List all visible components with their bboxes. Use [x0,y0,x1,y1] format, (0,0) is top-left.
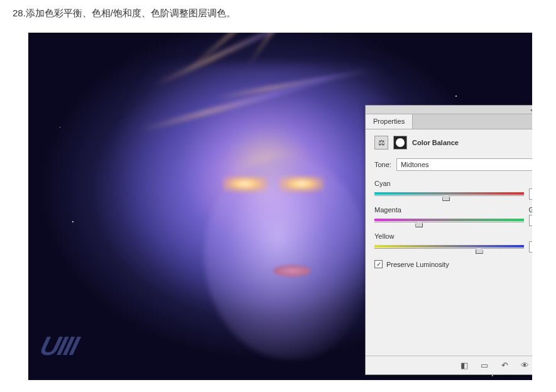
slider-track-cr[interactable] [374,192,524,196]
label-green: Green [528,206,532,214]
view-previous-icon[interactable]: ▭ [479,360,490,371]
tone-label: Tone: [374,161,391,168]
slider-cyan-red: Cyan Red -4 [374,180,532,200]
tone-select[interactable]: Midtones ⌄ [396,158,532,171]
artwork-star [72,221,74,222]
tab-properties[interactable]: Properties [366,114,413,129]
mask-icon[interactable] [393,136,407,150]
logo-watermark: UIII [37,331,81,361]
slider-yellow-blue: Yellow Blue +39 [374,232,532,253]
slider-thumb-yb[interactable] [476,247,483,254]
properties-panel: ◄◄ ✕ Properties ≡ ⚖ Color Balance Tone: … [365,105,532,375]
slider-thumb-mg[interactable] [415,220,423,227]
slider-value-yb[interactable]: +39 [529,241,532,253]
preserve-checkbox[interactable]: ✓ [374,260,383,268]
adjustment-title: Color Balance [412,139,459,146]
preserve-label: Preserve Luminosity [386,261,449,268]
scales-icon[interactable]: ⚖ [374,136,388,150]
slider-value-cr[interactable]: -4 [529,188,532,200]
panel-body: ⚖ Color Balance Tone: Midtones ⌄ Cyan Re… [366,129,532,275]
collapse-icon[interactable]: ◄◄ [529,107,532,113]
instruction-text: 28.添加色彩平衡、色相/饱和度、色阶调整图层调色。 [0,0,556,24]
label-yellow: Yellow [374,232,394,240]
slider-track-yb[interactable] [374,245,524,249]
artwork-lips [273,265,311,276]
artwork-star [60,127,60,128]
clip-to-layer-icon[interactable]: ◧ [459,360,470,371]
preserve-luminosity-row: ✓ Preserve Luminosity [374,260,532,268]
reset-icon[interactable]: ↶ [499,360,510,371]
label-cyan: Cyan [374,180,391,187]
canvas: UIII PS爱好者 www.psahz.com ◄◄ ✕ Properties… [28,33,532,380]
artwork-star [455,95,457,97]
panel-footer: ◧ ▭ ↶ 👁 🗑 [366,356,532,374]
slider-magenta-green: Magenta Green -40 [374,206,532,226]
panel-topbar: ◄◄ ✕ [366,106,532,114]
slider-value-mg[interactable]: -40 [529,215,532,226]
adjustment-header: ⚖ Color Balance [374,136,532,150]
artwork-eye [223,176,267,192]
tone-row: Tone: Midtones ⌄ [374,158,532,171]
artwork-eye [280,176,324,192]
label-magenta: Magenta [374,206,401,214]
visibility-icon[interactable]: 👁 [519,360,530,371]
tone-value: Midtones [401,161,429,168]
slider-track-mg[interactable] [374,219,524,222]
slider-thumb-cr[interactable] [442,194,450,201]
panel-tabs: Properties ≡ [366,114,532,129]
